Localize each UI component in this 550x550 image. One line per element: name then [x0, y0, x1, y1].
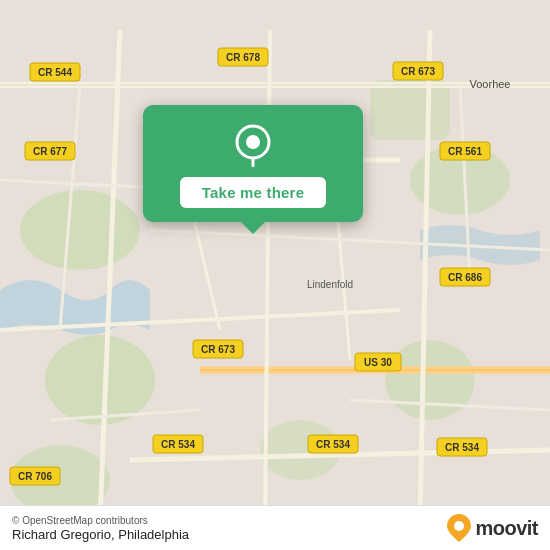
- svg-text:CR 677: CR 677: [33, 146, 67, 157]
- map-container: CR 544 CR 678 CR 673 Voorhee CR 677 CR 6…: [0, 0, 550, 550]
- bottom-left-info: © OpenStreetMap contributors Richard Gre…: [12, 515, 189, 542]
- location-popup: Take me there: [143, 105, 363, 222]
- svg-text:CR 534: CR 534: [445, 442, 479, 453]
- svg-text:CR 686: CR 686: [448, 272, 482, 283]
- svg-text:CR 561: CR 561: [448, 146, 482, 157]
- osm-credit: © OpenStreetMap contributors: [12, 515, 189, 526]
- moovit-pin-icon: [447, 514, 471, 542]
- svg-text:CR 673: CR 673: [401, 66, 435, 77]
- svg-text:CR 534: CR 534: [316, 439, 350, 450]
- take-me-there-button[interactable]: Take me there: [180, 177, 326, 208]
- svg-rect-7: [370, 80, 450, 140]
- svg-text:Lindenfold: Lindenfold: [307, 279, 353, 290]
- location-name: Richard Gregorio, Philadelphia: [12, 527, 189, 542]
- svg-point-1: [20, 190, 140, 270]
- svg-text:CR 544: CR 544: [38, 67, 72, 78]
- moovit-logo: moovit: [447, 514, 538, 542]
- svg-text:Voorhee: Voorhee: [470, 78, 511, 90]
- moovit-brand-text: moovit: [475, 517, 538, 540]
- svg-text:US 30: US 30: [364, 357, 392, 368]
- svg-text:CR 673: CR 673: [201, 344, 235, 355]
- location-pin-icon: [231, 123, 275, 167]
- svg-point-3: [45, 335, 155, 425]
- svg-text:CR 706: CR 706: [18, 471, 52, 482]
- bottom-bar: © OpenStreetMap contributors Richard Gre…: [0, 505, 550, 550]
- svg-point-55: [246, 135, 260, 149]
- svg-text:CR 534: CR 534: [161, 439, 195, 450]
- svg-text:CR 678: CR 678: [226, 52, 260, 63]
- svg-point-57: [454, 521, 464, 531]
- svg-point-4: [385, 340, 475, 420]
